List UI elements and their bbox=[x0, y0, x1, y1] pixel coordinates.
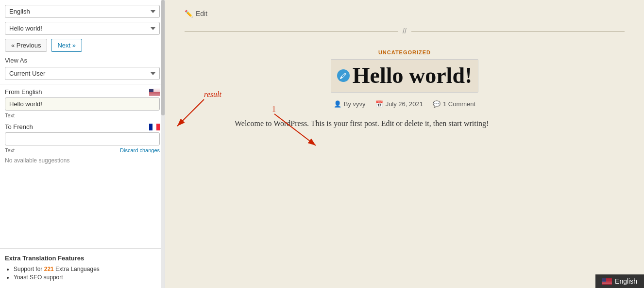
edit-pencil-icon: ✏️ bbox=[185, 10, 193, 17]
edit-link[interactable]: ✏️ Edit bbox=[185, 10, 207, 17]
comment-info: 💬 1 Comment bbox=[433, 100, 475, 108]
author-info: 👤 By vyvy bbox=[334, 100, 366, 108]
discard-changes-link[interactable]: Discard changes bbox=[120, 147, 160, 153]
post-select[interactable]: Hello world! bbox=[5, 22, 160, 35]
promo-list: Support for 221 Extra Languages Yoast SE… bbox=[5, 266, 160, 281]
main-content: ✏️ Edit // UNCATEGORIZED Hello world! 👤 … bbox=[165, 0, 644, 288]
promo-item-2: Yoast SEO support bbox=[14, 274, 160, 281]
next-button[interactable]: Next » bbox=[51, 39, 82, 52]
person-icon: 👤 bbox=[334, 100, 341, 108]
to-translation-input[interactable] bbox=[5, 132, 160, 145]
from-translation-input[interactable] bbox=[5, 97, 160, 111]
promo-highlight: 221 bbox=[44, 266, 54, 272]
language-select[interactable]: English bbox=[5, 5, 160, 18]
post-body-text: Welcome to WordPress. This is your first… bbox=[235, 117, 575, 130]
fr-flag-icon bbox=[149, 124, 160, 130]
view-as-select[interactable]: Current User bbox=[5, 67, 160, 80]
post-title-wrap: Hello world! bbox=[331, 59, 479, 93]
promo-section: Extra Translation Features Support for 2… bbox=[0, 248, 165, 288]
promo-title: Extra Translation Features bbox=[5, 255, 160, 262]
date-label: July 26, 2021 bbox=[386, 100, 423, 108]
badge-flag-icon bbox=[602, 278, 612, 285]
date-info: 📅 July 26, 2021 bbox=[375, 100, 423, 108]
scrollbar-track bbox=[161, 0, 165, 288]
post-info-row: 👤 By vyvy 📅 July 26, 2021 💬 1 Comment bbox=[185, 100, 625, 108]
from-field-type: Text bbox=[5, 112, 15, 118]
to-field-type: Text bbox=[5, 147, 15, 153]
english-badge[interactable]: English bbox=[595, 274, 644, 288]
to-lang-label: To French bbox=[5, 123, 33, 130]
view-as-label: View As bbox=[5, 57, 160, 64]
edit-label: Edit bbox=[196, 10, 207, 17]
annotation-overlay: result 1 bbox=[175, 82, 505, 179]
post-title: Hello world! bbox=[353, 64, 473, 88]
promo-item-1: Support for 221 Extra Languages bbox=[14, 266, 160, 272]
prev-button[interactable]: « Previous bbox=[5, 39, 47, 52]
scrollbar-thumb[interactable] bbox=[161, 0, 165, 115]
pencil-icon bbox=[340, 73, 346, 79]
from-lang-label: From English bbox=[5, 88, 42, 96]
comment-label: 1 Comment bbox=[443, 100, 475, 108]
annotation-result-text: result bbox=[204, 90, 221, 98]
badge-language-label: English bbox=[615, 277, 637, 285]
sidebar: English Hello world! « Previous Next » V… bbox=[0, 0, 165, 288]
translation-from-section: From English Text To French Text Discard… bbox=[0, 84, 165, 168]
us-flag-icon bbox=[149, 89, 160, 96]
divider-right bbox=[411, 31, 625, 32]
inline-edit-button[interactable] bbox=[337, 69, 350, 82]
no-suggestions-text: No available suggestions bbox=[5, 157, 160, 164]
divider-text: // bbox=[403, 27, 407, 35]
calendar-icon: 📅 bbox=[375, 100, 383, 108]
divider-left bbox=[185, 31, 398, 32]
comment-icon: 💬 bbox=[433, 100, 441, 108]
category-label: UNCATEGORIZED bbox=[185, 49, 625, 55]
author-label: By vyvy bbox=[344, 100, 366, 108]
